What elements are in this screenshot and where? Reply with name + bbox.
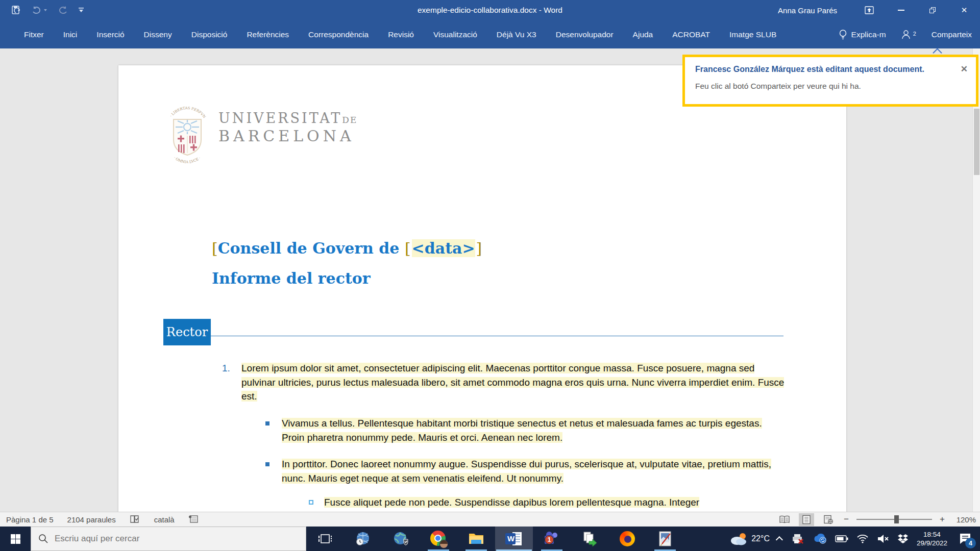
word-window: exemple-edicio-collaborativa.docx - Word… xyxy=(0,0,980,551)
globe-clock-icon xyxy=(355,531,371,547)
ribbon-tab-bar: Fitxer Inici Inserció Disseny Disposició… xyxy=(0,20,980,48)
zoom-slider-handle[interactable] xyxy=(894,515,899,523)
coauthors-button[interactable]: 2 xyxy=(901,30,916,39)
notification-close-button[interactable]: ✕ xyxy=(961,64,968,74)
notification-title: Francesc González Márquez està editant a… xyxy=(695,65,967,74)
vertical-scrollbar[interactable] xyxy=(972,48,980,512)
taskbar-search-box[interactable] xyxy=(31,527,306,551)
ribbon-tab-visualitzacio[interactable]: Visualització xyxy=(424,20,487,48)
word-app-button[interactable]: W xyxy=(495,527,533,551)
list-number: 1. xyxy=(222,361,241,404)
ribbon-tab-referencies[interactable]: Referències xyxy=(237,20,299,48)
task-view-button[interactable] xyxy=(306,527,344,551)
minimize-button[interactable] xyxy=(885,0,917,20)
chrome-app-button[interactable] xyxy=(420,527,457,551)
bullet-square-icon xyxy=(265,462,270,466)
section-heading: Rector xyxy=(163,319,211,345)
dropbox-icon[interactable] xyxy=(897,534,909,544)
language-indicator[interactable]: català xyxy=(154,515,175,524)
chrome-icon xyxy=(430,531,447,547)
system-tray: 22°C 18:54 29/9/2022 4 xyxy=(730,529,980,548)
share-button[interactable]: Comparteix xyxy=(932,30,972,39)
ribbon-tab-revisio[interactable]: Revisió xyxy=(378,20,424,48)
ribbon-tab-desenvolupador[interactable]: Desenvolupador xyxy=(546,20,623,48)
web-layout-button[interactable] xyxy=(821,513,836,526)
close-button[interactable]: ✕ xyxy=(948,0,980,20)
windows-logo-icon xyxy=(11,534,20,544)
proofing-book-icon xyxy=(130,515,140,524)
coauthor-count: 2 xyxy=(913,31,916,37)
ribbon-tab-ajuda[interactable]: Ajuda xyxy=(623,20,663,48)
ribbon-tab-insercio[interactable]: Inserció xyxy=(87,20,134,48)
data-field-open-bracket: [ xyxy=(405,239,411,257)
weather-widget[interactable]: 22°C xyxy=(730,532,770,545)
document-canvas[interactable]: · LIBERTAS PERFVNDET · · OMNIA LVCE · xyxy=(0,48,980,512)
numbered-list-item: 1. Lorem ipsum dolor sit amet, consectet… xyxy=(222,361,786,404)
file-copy-app-button[interactable] xyxy=(571,527,608,551)
scrollbar-thumb[interactable] xyxy=(974,109,979,175)
person-icon xyxy=(901,30,911,39)
account-user-name[interactable]: Anna Grau Parés xyxy=(778,0,837,20)
zoom-in-button[interactable]: + xyxy=(939,514,946,524)
status-bar: Pàgina 1 de 5 2104 paraules català − xyxy=(0,512,980,527)
battery-icon[interactable] xyxy=(835,535,848,542)
wifi-icon[interactable] xyxy=(856,534,869,543)
close-icon: ✕ xyxy=(961,6,968,15)
action-center-button[interactable]: 4 xyxy=(955,529,975,548)
macro-icon xyxy=(188,515,199,524)
ribbon-tab-inici[interactable]: Inici xyxy=(54,20,87,48)
firefox-app-button[interactable] xyxy=(608,527,646,551)
volume-muted-icon[interactable] xyxy=(877,534,889,543)
ribbon-tab-imatge-slub[interactable]: Imatge SLUB xyxy=(720,20,786,48)
section-heading-rule xyxy=(211,336,783,336)
ribbon-right-group: Explica-m 2 Comparteix xyxy=(839,29,980,40)
ribbon-tabs: Fitxer Inici Inserció Disseny Disposició… xyxy=(0,20,786,48)
data-placeholder-field[interactable]: <data> xyxy=(412,239,475,257)
ribbon-tab-disposicio[interactable]: Disposició xyxy=(182,20,237,48)
print-layout-button[interactable] xyxy=(799,513,814,526)
word-count[interactable]: 2104 paraules xyxy=(67,515,116,524)
file-explorer-button[interactable] xyxy=(457,527,495,551)
ribbon-tab-fitxer[interactable]: Fitxer xyxy=(14,20,54,48)
globe-clock-app-button[interactable] xyxy=(344,527,382,551)
ribbon-tab-deja-vu-x3[interactable]: Déjà Vu X3 xyxy=(487,20,546,48)
ribbon-tab-disseny[interactable]: Disseny xyxy=(134,20,182,48)
coauthor-notification: Francesc González Márquez està editant a… xyxy=(682,55,978,107)
macro-recording-button[interactable] xyxy=(188,515,199,524)
search-icon xyxy=(38,534,48,544)
data-field-close-bracket: ] xyxy=(476,239,482,257)
chrome-profile-avatar xyxy=(439,540,448,548)
globe-shield-icon xyxy=(393,531,409,547)
printer-error-icon[interactable] xyxy=(791,533,804,544)
university-logo: · LIBERTAS PERFVNDET · · OMNIA LVCE · xyxy=(167,104,357,166)
ribbon-display-options-button[interactable] xyxy=(853,0,885,20)
ribbon-tab-correspondencia[interactable]: Correspondència xyxy=(299,20,378,48)
weather-cloud-icon xyxy=(730,532,747,545)
document-page[interactable]: · LIBERTAS PERFVNDET · · OMNIA LVCE · xyxy=(118,65,846,512)
image-viewer-app-button[interactable] xyxy=(646,527,684,551)
teams-notification-badge: 1 xyxy=(545,535,554,544)
proofing-status[interactable] xyxy=(130,515,140,524)
teams-icon: T 1 xyxy=(544,531,560,546)
ribbon-tab-acrobat[interactable]: ACROBAT xyxy=(663,20,720,48)
restore-button[interactable] xyxy=(917,0,948,20)
taskbar-clock[interactable]: 18:54 29/9/2022 xyxy=(917,530,947,547)
teams-app-button[interactable]: T 1 xyxy=(533,527,571,551)
zoom-level[interactable]: 120% xyxy=(952,515,976,524)
onedrive-icon[interactable] xyxy=(813,534,827,544)
zoom-out-button[interactable]: − xyxy=(843,514,850,524)
page-indicator[interactable]: Pàgina 1 de 5 xyxy=(6,515,54,524)
clock-time: 18:54 xyxy=(917,530,947,539)
action-center-badge: 4 xyxy=(965,538,976,548)
zoom-slider[interactable] xyxy=(856,514,932,524)
weather-temperature: 22°C xyxy=(751,534,770,543)
tell-me-button[interactable]: Explica-m xyxy=(839,29,886,40)
tray-expand-icon[interactable] xyxy=(776,536,783,543)
globe-shield-app-button[interactable] xyxy=(382,527,420,551)
search-input[interactable] xyxy=(55,534,279,544)
start-button[interactable] xyxy=(0,527,31,551)
read-mode-button[interactable] xyxy=(777,513,792,526)
document-title[interactable]: [Consell de Govern de [<data>] xyxy=(212,239,482,257)
print-layout-icon xyxy=(802,515,811,524)
file-explorer-icon xyxy=(468,532,484,546)
